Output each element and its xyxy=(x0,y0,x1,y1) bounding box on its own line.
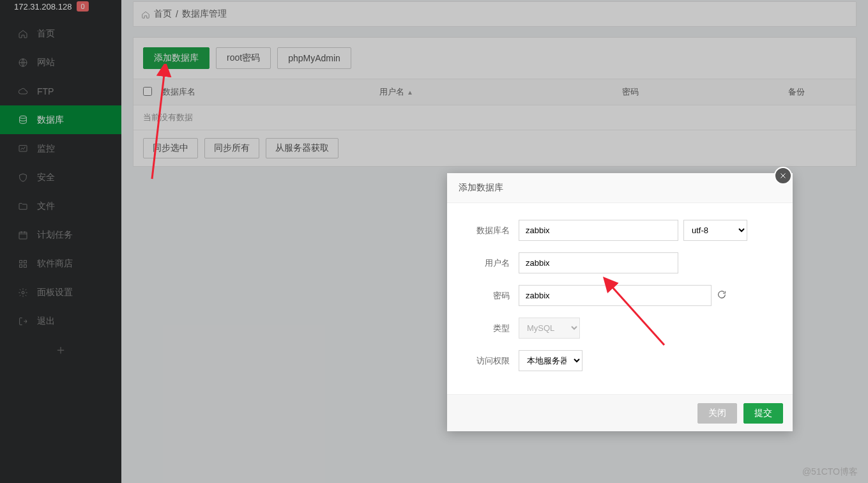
type-label: 类型 xyxy=(461,323,519,334)
close-button[interactable]: 关闭 xyxy=(697,403,737,424)
dbname-input[interactable] xyxy=(519,220,678,241)
submit-button[interactable]: 提交 xyxy=(743,403,783,424)
charset-select[interactable]: utf-8 xyxy=(683,220,747,241)
perm-label: 访问权限 xyxy=(461,355,519,367)
user-input[interactable] xyxy=(519,252,678,273)
modal-title: 添加数据库 xyxy=(447,173,793,203)
dbname-label: 数据库名 xyxy=(461,225,519,236)
close-icon xyxy=(779,172,787,180)
user-label: 用户名 xyxy=(461,257,519,269)
type-select: MySQL xyxy=(519,318,580,339)
watermark: @51CTO博客 xyxy=(802,466,858,478)
pass-label: 密码 xyxy=(461,290,519,302)
add-database-modal: 添加数据库 数据库名 utf-8 用户名 密码 类型 xyxy=(447,173,793,431)
pass-input[interactable] xyxy=(519,285,712,306)
modal-close-x[interactable] xyxy=(774,167,792,185)
refresh-icon[interactable] xyxy=(717,289,727,302)
perm-select[interactable]: 本地服务器 xyxy=(519,350,582,371)
